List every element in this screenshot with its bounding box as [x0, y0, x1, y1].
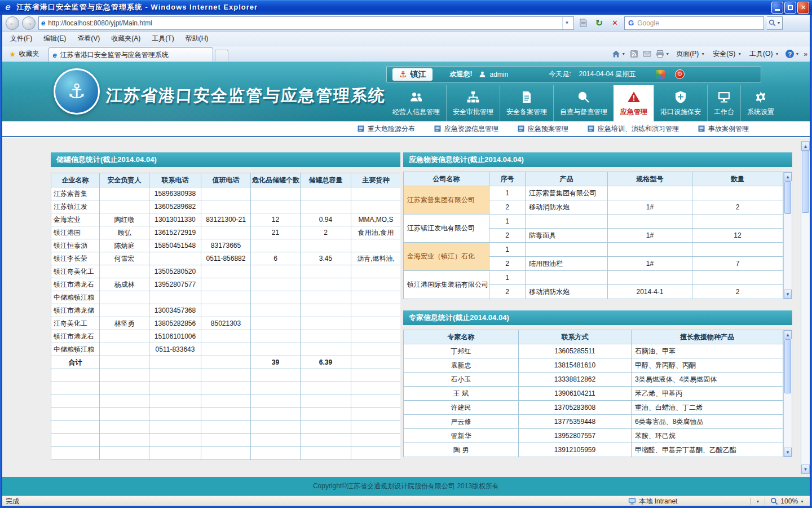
menu-item[interactable]: 文件(F)	[5, 32, 38, 45]
minimize-button[interactable]	[771, 2, 783, 14]
table-cell: 石小玉	[404, 373, 519, 387]
table-row[interactable]: 王 斌13906104211苯乙烯、甲基丙	[404, 387, 783, 401]
overflow-chevron-icon[interactable]: »	[804, 50, 807, 58]
scroll-up-button[interactable]: ▲	[784, 330, 792, 339]
table-row[interactable]: 镇江港国顾弘13615272919212食用油,食用	[51, 226, 401, 239]
table-row[interactable]: 石小玉133388128623类易燃液体、4类易燃固体	[404, 373, 783, 387]
nav-item-settings[interactable]: 系统设置	[740, 85, 780, 121]
scroll-down-button[interactable]: ▼	[784, 290, 792, 299]
subnav-item[interactable]: 应急预案管理	[518, 124, 568, 134]
table-cell	[351, 408, 401, 421]
scroll-up-button[interactable]: ▲	[801, 142, 810, 151]
subnav-item[interactable]: 重大危险源分布	[358, 124, 415, 134]
search-button[interactable]: ▼	[767, 16, 783, 30]
favorites-button[interactable]: ★ 收藏夹	[5, 48, 44, 60]
table-row[interactable]: 江苏索普集15896380938	[51, 187, 401, 200]
scroll-thumb[interactable]	[784, 181, 791, 214]
subnav-item[interactable]: 应急资源信息管理	[434, 124, 498, 134]
product-cell: 江苏索普集团有限公司	[526, 186, 608, 200]
nav-item-workbench[interactable]: 工作台	[707, 85, 740, 121]
table-row[interactable]: 丁邦红13605285511石脑油、甲苯	[404, 344, 783, 358]
menu-item[interactable]: 编辑(E)	[38, 32, 72, 45]
table-cell	[301, 330, 351, 343]
refresh-button[interactable]: ↻	[593, 16, 606, 29]
table-row[interactable]: 镇江市港龙储13003457368	[51, 304, 401, 317]
nav-item-safety-approval[interactable]: 安全审批管理	[446, 85, 500, 121]
protected-mode-dropdown-icon[interactable]: ▼	[756, 500, 760, 503]
table-row[interactable]: 陶 勇13912105959甲缩醛、甲基异丁基酮、乙酸乙酯	[404, 443, 783, 457]
scroll-track[interactable]	[801, 151, 810, 465]
scroll-down-button[interactable]: ▼	[801, 465, 810, 474]
forward-button[interactable]: →	[22, 16, 36, 30]
table-row[interactable]: 江苏镇江发13605289682	[51, 200, 401, 213]
scroll-down-button[interactable]: ▼	[784, 448, 792, 457]
forward-icon: →	[25, 19, 33, 27]
table-row[interactable]: 镇江市港龙石杨成林13952807577	[51, 278, 401, 291]
back-button[interactable]: ←	[6, 16, 19, 30]
table-row[interactable]: 严云修137753594486类毒害品、8类腐蚀品	[404, 415, 783, 429]
subnav-item[interactable]: 应急培训、演练和演习管理	[588, 124, 679, 134]
menu-item[interactable]: 工具(T)	[146, 32, 179, 45]
url-dropdown-button[interactable]: ▼	[562, 17, 571, 29]
table-row[interactable]: 镇江奇美化工13505280520	[51, 265, 401, 278]
nav-item-inspection[interactable]: 自查与督查管理	[553, 85, 614, 121]
table-row[interactable]: 镇江李长荣何雪宏0511-85688263.45沥青,燃料油,	[51, 252, 401, 265]
quick-launch-icon[interactable]	[656, 70, 665, 79]
scroll-up-button[interactable]: ▲	[784, 172, 792, 181]
nav-item-port-security[interactable]: 港口设施保安	[654, 85, 707, 121]
maximize-button[interactable]	[784, 2, 796, 14]
compatibility-view-button[interactable]	[577, 16, 590, 29]
scroll-thumb[interactable]	[784, 339, 791, 393]
table-row[interactable]: 镇江港国际集装箱有限公司1	[404, 271, 783, 285]
home-button[interactable]: ▼	[612, 50, 625, 58]
stop-button[interactable]: ✕	[608, 16, 621, 29]
table-row[interactable]: 镇江恒泰沥陈炳庭1585045154883173665	[51, 239, 401, 252]
subnav-item[interactable]: 事故案例管理	[698, 124, 749, 134]
scroll-track[interactable]	[784, 181, 792, 290]
table-cell	[201, 265, 251, 278]
column-header: 联系电话	[149, 173, 201, 187]
mail-button[interactable]	[643, 50, 651, 58]
table-row[interactable]: 镇江市港龙石15106101006	[51, 330, 401, 343]
table-row[interactable]: 金海宏业陶红暾1301301133083121300-21120.94MMA,M…	[51, 213, 401, 226]
command-button[interactable]: 页面(P)▼	[674, 48, 707, 60]
table-row[interactable]: 许建民13705283608重油、白蜡油、丁二烯	[404, 401, 783, 415]
table-row[interactable]: 金海宏业（镇江）石化1	[404, 243, 783, 257]
logout-button[interactable]: ⏻	[675, 69, 685, 79]
zoom-control[interactable]: 100% ▼	[770, 497, 804, 505]
table-row[interactable]: 管新华13952807557苯胺、环己烷	[404, 429, 783, 443]
product-cell: 防毒面具	[526, 229, 608, 243]
url-input[interactable]: e http://localhost:8080/yjpt/Main.html ▼	[38, 16, 574, 30]
table-row[interactable]: 中储粮镇江粮0511-833643	[51, 343, 401, 356]
nav-item-emergency[interactable]: 应急管理	[614, 85, 654, 121]
table-row[interactable]: 合计396.39	[51, 356, 401, 369]
menu-item[interactable]: 查看(V)	[72, 32, 105, 45]
help-button[interactable]: ? ▼	[785, 50, 799, 58]
close-button[interactable]: ✕	[797, 2, 809, 14]
table-row[interactable]: 江奇美化工林坚勇1380528285685021303	[51, 317, 401, 330]
table-row[interactable]: 江苏索普集团有限公司1江苏索普集团有限公司	[404, 186, 783, 200]
table-cell	[149, 382, 201, 395]
table-cell	[351, 382, 401, 395]
search-input[interactable]: G Google	[624, 16, 764, 30]
table-row[interactable]: 江苏镇江发电有限公司1	[404, 214, 783, 229]
command-button[interactable]: 工具(O)▼	[747, 48, 781, 60]
gear-icon	[753, 90, 768, 104]
new-tab-button[interactable]	[215, 50, 228, 62]
table-row[interactable]: 中储粮镇江粮	[51, 291, 401, 304]
table-row[interactable]: 袁新忠13815481610甲醇、异丙醇、丙酮	[404, 358, 783, 373]
feeds-button[interactable]	[630, 50, 638, 58]
command-button[interactable]: 安全(S)▼	[710, 48, 744, 60]
nav-item-label: 系统设置	[747, 107, 774, 117]
browser-tab[interactable]: e 江苏省港口安全监管与应急管理系统	[48, 47, 213, 62]
table-cell: 袁新忠	[404, 358, 519, 373]
table-cell	[301, 317, 351, 330]
menu-item[interactable]: 收藏夹(A)	[105, 32, 146, 45]
nav-item-operators[interactable]: 经营人信息管理	[386, 85, 446, 121]
print-button[interactable]: ▼	[656, 50, 669, 58]
scroll-thumb[interactable]	[802, 151, 809, 213]
nav-item-safety-record[interactable]: 安全备案管理	[500, 85, 553, 121]
scroll-track[interactable]	[784, 339, 792, 448]
table-cell	[100, 447, 149, 460]
menu-item[interactable]: 帮助(H)	[180, 32, 214, 45]
